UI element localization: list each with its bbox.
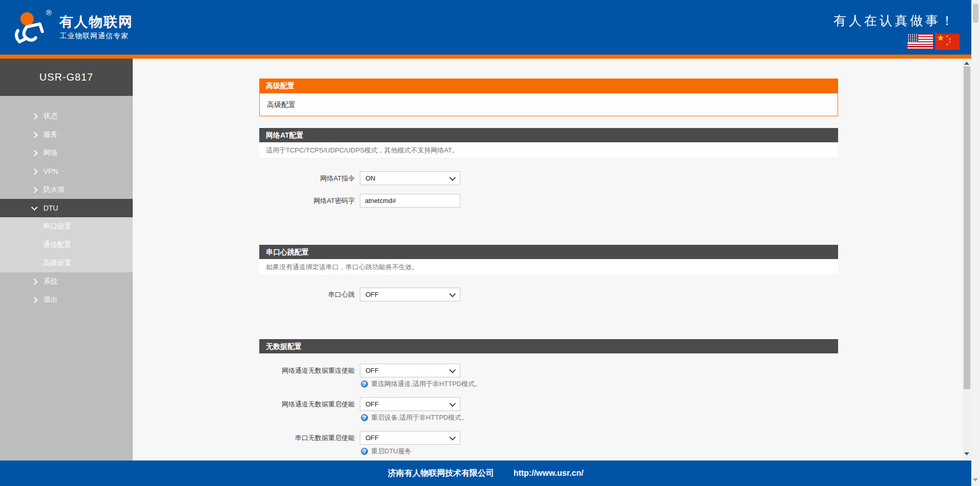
sidebar-item-label: 退出 <box>43 295 58 304</box>
footer-company: 济南有人物联网技术有限公司 <box>388 468 494 479</box>
select-value: OFF <box>365 434 379 442</box>
registered-mark: ® <box>46 9 52 16</box>
chevron-right-icon <box>31 187 38 193</box>
sidebar-item-dtu[interactable]: DTU <box>0 199 133 217</box>
form-row-net-nodata-reconnect: 网络通道无数据重连使能 OFF <box>259 364 460 377</box>
chevron-right-icon <box>31 150 38 157</box>
section-description-network-at: 适用于TCPC/TCPS/UDPC/UDPS模式，其他模式不支持网络AT。 <box>259 142 838 159</box>
flag-cn-icon[interactable]: ★ ★ ★ ★ ★ <box>935 34 960 50</box>
help-icon: ? <box>361 448 368 455</box>
sidebar-item-label: 网络 <box>43 148 58 158</box>
hint-text: 重启设备,适用于非HTTPD模式。 <box>371 413 468 422</box>
form-row-serial-nodata-reboot: 串口无数据重启使能 OFF <box>259 431 460 445</box>
sidebar-subitem-serial-settings[interactable]: 串口设置 <box>0 217 133 236</box>
chevron-down-icon <box>449 400 456 407</box>
net-nodata-reconnect-hint: ? 重连网络通道,适用于非HTTPD模式。 <box>361 380 481 388</box>
sidebar-item-label: 系统 <box>43 277 58 286</box>
chevron-right-icon <box>31 132 38 138</box>
sidebar-item-label: 防火墙 <box>43 185 65 194</box>
net-at-command-select[interactable]: ON <box>360 171 460 185</box>
chevron-right-icon <box>31 168 38 175</box>
section-description-serial-heartbeat: 如果没有通道绑定该串口，串口心跳功能将不生效。 <box>259 259 838 275</box>
window-scrollbar-thumb[interactable] <box>973 4 978 23</box>
page-title: 高级配置 <box>259 79 838 93</box>
sidebar: USR-G817 状态 服务 网络 VPN 防火墙 DTU 串口设置 <box>0 59 133 461</box>
serial-nodata-reboot-label: 串口无数据重启使能 <box>259 433 355 443</box>
window-scroll-down-arrow-icon[interactable] <box>973 478 978 481</box>
form-row-net-nodata-reboot: 网络通道无数据重启使能 OFF <box>259 397 460 411</box>
net-at-password-input[interactable] <box>360 194 460 208</box>
brand-subtitle: 工业物联网通信专家 <box>60 32 129 41</box>
net-nodata-reboot-hint: ? 重启设备,适用于非HTTPD模式。 <box>361 414 468 422</box>
cn-flag-star: ★ <box>937 34 944 42</box>
help-icon: ? <box>361 380 368 388</box>
select-value: OFF <box>365 367 379 374</box>
net-nodata-reconnect-label: 网络通道无数据重连使能 <box>259 366 355 375</box>
usr-logo-icon <box>11 8 46 44</box>
footer: 济南有人物联网技术有限公司 http://www.usr.cn/ <box>0 461 971 486</box>
header-accent-line <box>0 55 971 59</box>
sidebar-subitem-label: 高级设置 <box>43 259 71 268</box>
brand-title: 有人物联网 <box>59 13 133 31</box>
serial-heartbeat-select[interactable]: OFF <box>360 288 460 301</box>
help-icon: ? <box>361 414 368 421</box>
hint-text: 重启DTU服务 <box>371 447 411 456</box>
net-at-command-label: 网络AT指令 <box>259 174 355 183</box>
sidebar-item-label: VPN <box>43 167 58 175</box>
device-model-title: USR-G817 <box>0 59 133 96</box>
net-nodata-reboot-label: 网络通道无数据重启使能 <box>259 400 355 409</box>
form-row-net-at-command: 网络AT指令 ON <box>259 171 460 185</box>
sidebar-item-label: DTU <box>43 204 58 212</box>
chevron-down-icon <box>449 434 456 441</box>
select-value: ON <box>365 174 376 182</box>
section-title-network-at: 网络AT配置 <box>259 128 838 142</box>
window-scrollbar[interactable] <box>971 0 980 486</box>
scroll-down-arrow-icon[interactable] <box>964 452 969 455</box>
chevron-right-icon <box>31 278 38 285</box>
scroll-up-arrow-icon[interactable] <box>964 62 969 65</box>
sidebar-menu: 状态 服务 网络 VPN 防火墙 DTU 串口设置 通信配置 <box>0 107 133 309</box>
serial-nodata-reboot-hint: ? 重启DTU服务 <box>361 447 411 455</box>
flag-us-icon[interactable] <box>908 34 933 50</box>
sidebar-item-label: 状态 <box>43 112 58 121</box>
serial-nodata-reboot-select[interactable]: OFF <box>360 431 460 445</box>
chevron-down-icon <box>449 291 456 297</box>
select-value: OFF <box>365 291 379 298</box>
language-flags: ★ ★ ★ ★ ★ <box>908 34 960 50</box>
select-value: OFF <box>365 400 379 408</box>
sidebar-item-services[interactable]: 服务 <box>0 125 133 144</box>
net-at-password-label: 网络AT密码字 <box>259 196 355 206</box>
dtu-submenu: 串口设置 通信配置 高级设置 <box>0 217 133 272</box>
sidebar-item-vpn[interactable]: VPN <box>0 162 133 181</box>
sidebar-item-label: 服务 <box>43 130 58 139</box>
chevron-down-icon <box>31 204 38 211</box>
sidebar-item-logout[interactable]: 退出 <box>0 291 133 309</box>
content-scrollbar-thumb[interactable] <box>964 66 970 389</box>
hint-text: 重连网络通道,适用于非HTTPD模式。 <box>371 379 481 389</box>
chevron-right-icon <box>31 297 38 303</box>
chevron-down-icon <box>449 367 456 373</box>
serial-heartbeat-label: 串口心跳 <box>259 290 355 299</box>
us-flag-canton <box>908 34 918 42</box>
sidebar-item-system[interactable]: 系统 <box>0 272 133 291</box>
form-row-serial-heartbeat: 串口心跳 OFF <box>259 288 460 301</box>
top-header: ® 有人物联网 工业物联网通信专家 有人在认真做事！ ★ ★ ★ ★ ★ <box>0 0 971 55</box>
sidebar-subitem-comm-config[interactable]: 通信配置 <box>0 236 133 254</box>
sidebar-item-status[interactable]: 状态 <box>0 107 133 125</box>
sidebar-subitem-label: 通信配置 <box>43 240 71 249</box>
header-slogan: 有人在认真做事！ <box>834 12 956 29</box>
section-title-serial-heartbeat: 串口心跳配置 <box>259 245 838 259</box>
sidebar-subitem-advanced-settings[interactable]: 高级设置 <box>0 254 133 272</box>
sidebar-item-firewall[interactable]: 防火墙 <box>0 181 133 199</box>
page-title-description: 高级配置 <box>259 93 838 116</box>
chevron-right-icon <box>31 113 38 120</box>
section-title-no-data: 无数据配置 <box>259 339 838 353</box>
content-scrollbar[interactable] <box>963 59 971 461</box>
chevron-down-icon <box>449 174 456 181</box>
form-row-net-at-password: 网络AT密码字 <box>259 194 460 208</box>
net-nodata-reconnect-select[interactable]: OFF <box>360 364 460 377</box>
footer-url-link[interactable]: http://www.usr.cn/ <box>513 469 583 478</box>
sidebar-item-network[interactable]: 网络 <box>0 144 133 162</box>
net-nodata-reboot-select[interactable]: OFF <box>360 397 460 411</box>
sidebar-subitem-label: 串口设置 <box>43 222 71 231</box>
